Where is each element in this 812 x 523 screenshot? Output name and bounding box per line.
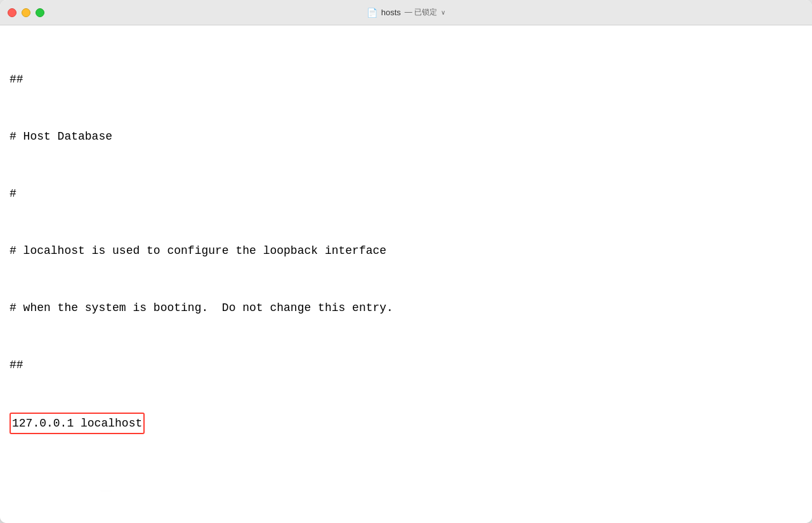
traffic-lights xyxy=(8,8,44,17)
content-area: ## # Host Database # # localhost is used… xyxy=(0,25,812,523)
line-1: ## xyxy=(10,70,802,89)
line-6: ## xyxy=(10,355,802,374)
file-icon: 📄 xyxy=(367,8,377,18)
line-2: # Host Database xyxy=(10,127,802,146)
line-7-highlighted: 127.0.0.1 localhost xyxy=(10,413,802,434)
chevron-down-icon: ∨ xyxy=(441,9,445,16)
line-8-blurred: ~~...35 www...~~~~~~~~~~~~~~~~~~~~~~~~~ … xyxy=(10,472,802,491)
window-title: hosts xyxy=(381,8,401,17)
maximize-button[interactable] xyxy=(36,8,44,17)
line-3: # xyxy=(10,184,802,203)
minimize-button[interactable] xyxy=(22,8,30,17)
highlight-box: 127.0.0.1 localhost xyxy=(10,413,145,434)
line-5: # when the system is booting. Do not cha… xyxy=(10,298,802,317)
main-window: 📄 hosts — 已锁定 ∨ ## # Host Database # # l… xyxy=(0,0,812,523)
titlebar-content: 📄 hosts — 已锁定 ∨ xyxy=(367,7,445,18)
close-button[interactable] xyxy=(8,8,16,17)
lock-badge: — 已锁定 xyxy=(405,7,437,18)
text-editor[interactable]: ## # Host Database # # localhost is used… xyxy=(10,32,802,523)
line-4: # localhost is used to configure the loo… xyxy=(10,241,802,260)
titlebar: 📄 hosts — 已锁定 ∨ xyxy=(0,0,812,25)
